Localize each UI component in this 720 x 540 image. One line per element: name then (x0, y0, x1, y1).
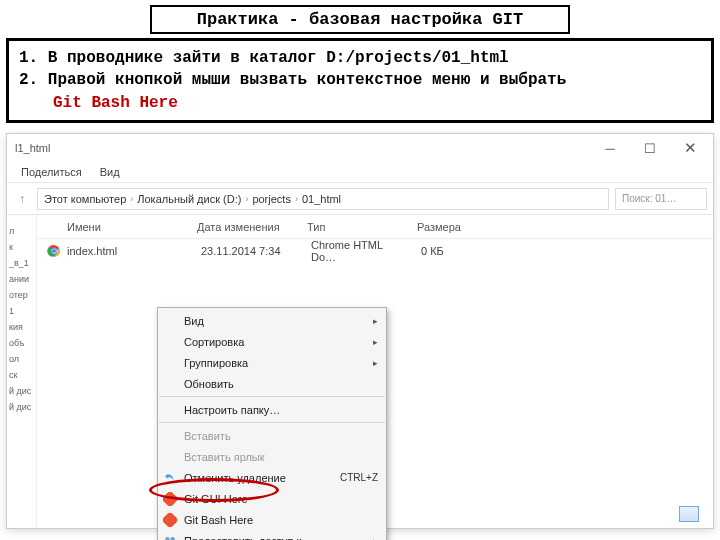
page-title: Практика - базовая настройка GIT (197, 10, 523, 29)
details-pane-icon[interactable] (679, 506, 699, 522)
cm-git-gui[interactable]: Git GUI Here (158, 488, 386, 509)
col-date[interactable]: Дата изменения (187, 221, 297, 233)
share-icon (163, 534, 177, 540)
file-row[interactable]: index.html 23.11.2014 7:34 Chrome HTML D… (37, 239, 713, 263)
svg-rect-4 (163, 513, 177, 527)
titlebar: l1_html ─ ☐ ✕ (7, 134, 713, 162)
sidebar-item[interactable]: 1 (7, 303, 36, 319)
sidebar-item[interactable]: ск (7, 367, 36, 383)
sidebar-item[interactable]: ол (7, 351, 36, 367)
sidebar-item[interactable]: _в_1 (7, 255, 36, 271)
file-name: index.html (67, 245, 191, 257)
breadcrumb-drive[interactable]: Локальный диск (D:) (137, 193, 241, 205)
separator (159, 396, 385, 397)
cm-git-bash[interactable]: Git Bash Here (158, 509, 386, 530)
file-date: 23.11.2014 7:34 (191, 245, 301, 257)
chevron-right-icon: ▸ (373, 358, 378, 368)
menu-share[interactable]: Поделиться (21, 166, 82, 178)
cm-group[interactable]: Группировка▸ (158, 352, 386, 373)
chevron-right-icon: ▸ (373, 337, 378, 347)
instruction-1: В проводнике зайти в каталог D:/projects… (19, 47, 701, 69)
instruction-highlight: Git Bash Here (19, 92, 701, 114)
file-type: Chrome HTML Do… (301, 239, 411, 263)
cm-refresh[interactable]: Обновить (158, 373, 386, 394)
sidebar-item[interactable]: й дис (7, 399, 36, 415)
col-size[interactable]: Размера (407, 221, 477, 233)
menubar: Поделиться Вид (7, 162, 713, 183)
nav-up-icon[interactable]: ↑ (13, 190, 31, 208)
chevron-right-icon: › (295, 194, 298, 204)
context-menu: Вид▸ Сортировка▸ Группировка▸ Обновить Н… (157, 307, 387, 540)
cm-paste: Вставить (158, 425, 386, 446)
undo-icon (163, 471, 177, 485)
sidebar-item[interactable]: ании (7, 271, 36, 287)
cm-sort[interactable]: Сортировка▸ (158, 331, 386, 352)
separator (159, 422, 385, 423)
sidebar-item[interactable]: отер (7, 287, 36, 303)
col-type[interactable]: Тип (297, 221, 407, 233)
instructions-list: В проводнике зайти в каталог D:/projects… (19, 47, 701, 92)
instruction-2: Правой кнопкой мыши вызвать контекстное … (19, 69, 701, 91)
breadcrumb[interactable]: Этот компьютер › Локальный диск (D:) › p… (37, 188, 609, 210)
git-icon (163, 492, 177, 506)
chevron-right-icon: ▸ (373, 316, 378, 326)
breadcrumb-root[interactable]: Этот компьютер (44, 193, 126, 205)
close-button[interactable]: ✕ (673, 137, 707, 159)
file-area[interactable]: Имени Дата изменения Тип Размера index.h… (37, 215, 713, 527)
search-input[interactable]: Поиск: 01… (615, 188, 707, 210)
col-name[interactable]: Имени (37, 221, 187, 233)
sidebar: л к _в_1 ании отер 1 кия объ ол ск й дис… (7, 215, 37, 527)
sidebar-item[interactable]: объ (7, 335, 36, 351)
cm-paste-shortcut: Вставить ярлык (158, 446, 386, 467)
sidebar-item[interactable]: к (7, 239, 36, 255)
svg-rect-3 (163, 492, 177, 506)
cm-customize[interactable]: Настроить папку… (158, 399, 386, 420)
explorer-window: l1_html ─ ☐ ✕ Поделиться Вид ↑ Этот комп… (6, 133, 714, 529)
maximize-button[interactable]: ☐ (633, 137, 667, 159)
shortcut-label: CTRL+Z (340, 472, 378, 483)
chevron-right-icon: › (245, 194, 248, 204)
minimize-button[interactable]: ─ (593, 137, 627, 159)
sidebar-item[interactable]: й дис (7, 383, 36, 399)
file-size: 0 КБ (411, 245, 481, 257)
sidebar-item[interactable]: кия (7, 319, 36, 335)
chevron-right-icon: › (130, 194, 133, 204)
search-placeholder: Поиск: 01… (622, 193, 676, 204)
window-controls: ─ ☐ ✕ (593, 137, 707, 159)
instructions-box: В проводнике зайти в каталог D:/projects… (6, 38, 714, 123)
page-title-box: Практика - базовая настройка GIT (150, 5, 570, 34)
window-title: l1_html (13, 142, 593, 154)
breadcrumb-folder2[interactable]: 01_html (302, 193, 341, 205)
address-bar: ↑ Этот компьютер › Локальный диск (D:) ›… (7, 183, 713, 215)
cm-undo[interactable]: Отменить удалениеCTRL+Z (158, 467, 386, 488)
menu-view[interactable]: Вид (100, 166, 120, 178)
svg-point-2 (52, 249, 56, 253)
chrome-icon (47, 244, 61, 258)
sidebar-item[interactable]: л (7, 223, 36, 239)
cm-share-access[interactable]: Предоставить доступ к▸ (158, 530, 386, 540)
content-area: л к _в_1 ании отер 1 кия объ ол ск й дис… (7, 215, 713, 527)
git-icon (163, 513, 177, 527)
column-headers: Имени Дата изменения Тип Размера (37, 215, 713, 239)
breadcrumb-folder1[interactable]: porjects (252, 193, 291, 205)
cm-view[interactable]: Вид▸ (158, 310, 386, 331)
chevron-right-icon: ▸ (373, 536, 378, 540)
